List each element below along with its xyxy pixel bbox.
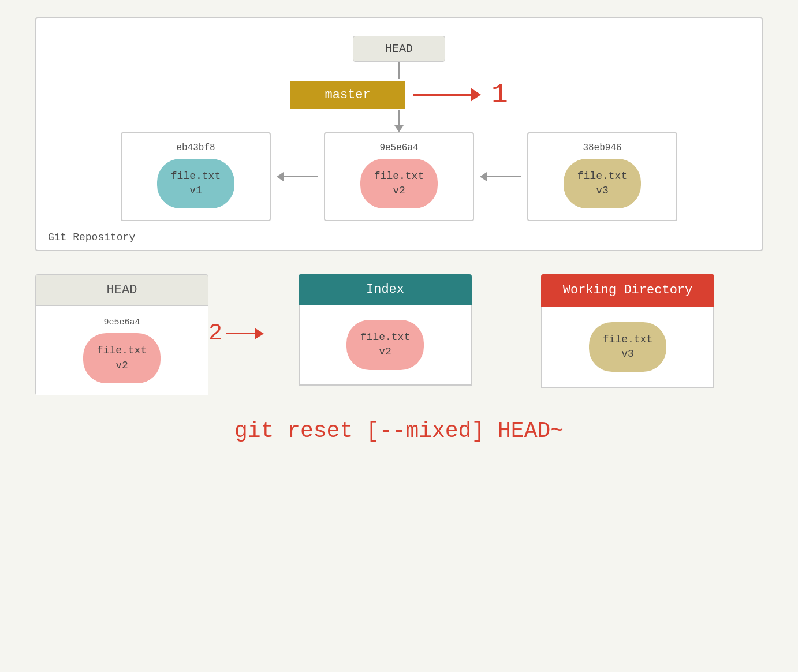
number-2: 2 — [208, 320, 222, 346]
blob-v1: file.txtv1 — [157, 159, 234, 208]
head-hash-bottom: 9e5e6a4 — [103, 318, 140, 327]
arrow-2 — [226, 328, 264, 339]
panel-wd-title: Working Directory — [541, 274, 714, 307]
panel-head: HEAD 9e5e6a4 file.txtv2 — [35, 274, 208, 395]
blob-v3: file.txtv3 — [564, 159, 641, 208]
panel-index-body: file.txtv2 — [299, 305, 472, 386]
head-label-top: HEAD — [353, 36, 445, 62]
panel-index: Index file.txtv2 — [299, 274, 472, 386]
git-repo-label: Git Repository — [48, 232, 135, 243]
panel-head-title: HEAD — [36, 275, 208, 306]
number-1: 1 — [491, 79, 508, 110]
panel-wd-body: file.txtv3 — [541, 307, 714, 388]
blob-wd: file.txtv3 — [589, 322, 666, 372]
git-repository-box: HEAD master 1 — [35, 17, 763, 251]
panel-index-title: Index — [299, 274, 472, 305]
blob-v2-top: file.txtv2 — [360, 159, 438, 208]
commit-38eb946: 38eb946 file.txtv3 — [527, 132, 677, 221]
git-command: git reset [--mixed] HEAD~ — [234, 419, 564, 443]
blob-head-bottom: file.txtv2 — [83, 333, 161, 383]
commit-9e5e6a4: 9e5e6a4 file.txtv2 — [324, 132, 474, 221]
arrow-2-container: 2 — [208, 320, 264, 346]
panel-working-directory: Working Directory file.txtv3 — [541, 274, 714, 388]
commit-hash-1: eb43bf8 — [133, 143, 258, 153]
commit-eb43bf8: eb43bf8 file.txtv1 — [121, 132, 271, 221]
bottom-panels: HEAD 9e5e6a4 file.txtv2 2 Index file.txt… — [35, 274, 763, 395]
master-box: master — [290, 81, 405, 109]
commit-hash-3: 38eb946 — [540, 143, 665, 153]
commit-hash-2: 9e5e6a4 — [337, 143, 461, 153]
panel-head-body: 9e5e6a4 file.txtv2 — [36, 306, 208, 394]
bottom-section: HEAD 9e5e6a4 file.txtv2 2 Index file.txt… — [35, 274, 763, 443]
blob-index: file.txtv2 — [346, 320, 424, 369]
